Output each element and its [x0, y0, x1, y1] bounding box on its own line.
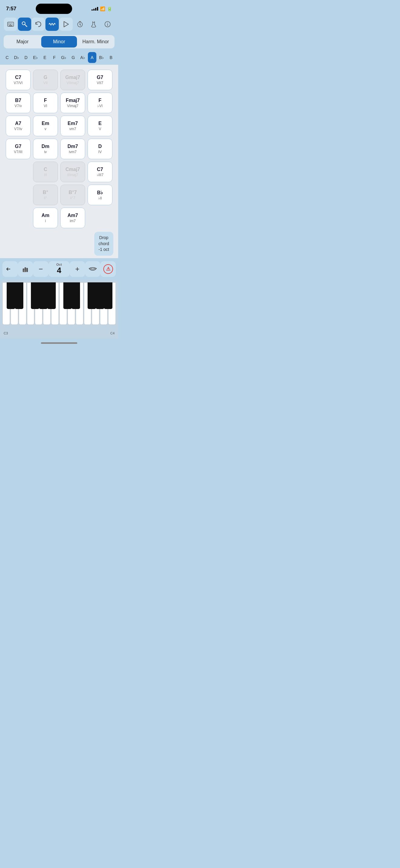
chord-row-3: A7 V7/iv Em v Em7 vm7 E V — [2, 116, 116, 136]
key-button[interactable] — [18, 18, 31, 31]
alert-button[interactable]: ⚠ — [100, 261, 116, 277]
chord-Bdim7-iidim7[interactable]: B°7 ii°7 — [60, 185, 85, 205]
chord-row-7: Am i Am7 im7 — [2, 208, 116, 228]
svg-rect-8 — [9, 25, 12, 26]
timer-button[interactable] — [73, 18, 87, 31]
key-D[interactable]: D — [22, 52, 30, 63]
svg-rect-4 — [12, 23, 12, 24]
chord-F-bVI[interactable]: F ♭VI — [88, 93, 112, 113]
chord-Fmaj7-VImaj7[interactable]: Fmaj7 VImaj7 — [60, 93, 85, 113]
key-selector: C D♭ D E♭ E F G♭ G A♭ A B♭ B — [0, 50, 118, 65]
drop-chord-button[interactable]: Drop chord -1 oct — [94, 232, 113, 256]
home-indicator — [0, 339, 118, 348]
wave-button[interactable] — [46, 18, 59, 31]
svg-rect-7 — [12, 24, 12, 25]
key-F[interactable]: F — [50, 52, 58, 63]
chord-Bdim-iidim[interactable]: B° ii° — [33, 185, 58, 205]
key-B[interactable]: B — [107, 52, 115, 63]
chord-Am7-im7[interactable]: Am7 im7 — [60, 208, 85, 228]
expand-button[interactable] — [2, 261, 18, 277]
black-key-Fs3[interactable] — [31, 282, 39, 309]
chord-Dm-iv[interactable]: Dm iv — [33, 138, 58, 159]
chord-Bb-bII[interactable]: B♭ ♭II — [88, 185, 112, 205]
octave-plus-button[interactable]: + — [70, 261, 85, 277]
svg-rect-25 — [26, 268, 28, 272]
chord-row-6: B° ii° B°7 ii°7 B♭ ♭II — [2, 185, 116, 205]
undo-button[interactable] — [31, 18, 45, 31]
chord-empty-3 — [6, 208, 31, 228]
chord-G-VII[interactable]: G VII — [33, 70, 58, 90]
black-key-Gs4[interactable] — [96, 282, 104, 309]
octave-minus-button[interactable]: − — [33, 261, 49, 277]
chord-G7-VII7[interactable]: G7 VII7 — [88, 70, 112, 90]
chord-Cmaj7-IIImaj7[interactable]: Cmaj7 IIImaj7 — [60, 162, 85, 182]
label-c3: C3 — [4, 332, 8, 335]
key-Gb[interactable]: G♭ — [60, 52, 68, 63]
key-C[interactable]: C — [3, 52, 11, 63]
black-key-Cs4[interactable] — [63, 282, 72, 309]
play-button[interactable] — [59, 18, 73, 31]
chord-empty-2 — [6, 185, 31, 205]
black-key-Cs3[interactable] — [7, 282, 15, 309]
status-time: 7:57 — [6, 6, 17, 12]
svg-rect-6 — [9, 24, 11, 25]
chord-Dm7-ivm7[interactable]: Dm7 ivm7 — [60, 138, 85, 159]
black-key-Ds4[interactable] — [72, 282, 80, 309]
scale-minor-button[interactable]: Minor — [41, 36, 77, 48]
svg-rect-3 — [10, 23, 11, 24]
keyboard-button[interactable] — [4, 18, 17, 31]
key-Db[interactable]: D♭ — [12, 52, 21, 63]
chord-D-IV[interactable]: D IV — [88, 138, 112, 159]
key-Ab[interactable]: A♭ — [79, 52, 87, 63]
chord-Em7-vm7[interactable]: Em7 vm7 — [60, 116, 85, 136]
chord-A7-V7iv[interactable]: A7 V7/iv — [6, 116, 31, 136]
drop-chord-container: Drop chord -1 oct — [2, 230, 116, 256]
svg-marker-12 — [64, 22, 68, 27]
black-key-As3[interactable] — [47, 282, 56, 309]
piano-keyboard — [1, 282, 117, 331]
chord-C7-bIII7[interactable]: C7 ♭III7 — [88, 162, 112, 182]
svg-rect-5 — [8, 24, 9, 25]
black-key-Ds3[interactable] — [15, 282, 23, 309]
svg-rect-2 — [9, 23, 10, 24]
black-key-Fs4[interactable] — [88, 282, 96, 309]
chord-C-III[interactable]: C III — [33, 162, 58, 182]
svg-point-17 — [79, 24, 80, 25]
dynamic-island — [36, 4, 72, 14]
octave-bar: − Oct 4 + ⚠ — [0, 258, 118, 280]
toolbar — [0, 15, 118, 33]
scale-harm-minor-button[interactable]: Harm. Minor — [78, 36, 114, 48]
chord-Em-v[interactable]: Em v — [33, 116, 58, 136]
key-A[interactable]: A — [88, 52, 96, 63]
chord-Gmaj7-VIImaj7[interactable]: Gmaj7 VIImaj7 — [60, 70, 85, 90]
black-key-Gs3[interactable] — [39, 282, 48, 309]
key-E[interactable]: E — [40, 52, 49, 63]
chord-F-VI[interactable]: F VI — [33, 93, 58, 113]
lab-button[interactable] — [87, 18, 100, 31]
key-Eb[interactable]: E♭ — [31, 52, 40, 63]
chord-C7-V7VI[interactable]: C7 V7/VI — [6, 70, 31, 90]
scale-major-button[interactable]: Major — [4, 36, 40, 48]
svg-line-10 — [25, 25, 27, 27]
chord-area: C7 V7/VI G VII Gmaj7 VIImaj7 G7 VII7 B7 … — [0, 65, 118, 258]
alert-icon: ⚠ — [103, 264, 113, 274]
signal-dots — [91, 7, 98, 10]
black-key-As4[interactable] — [104, 282, 112, 309]
chord-G7-V7III[interactable]: G7 V7/III — [6, 138, 31, 159]
chord-row-1: C7 V7/VI G VII Gmaj7 VIImaj7 G7 VII7 — [2, 70, 116, 90]
svg-rect-26 — [24, 270, 25, 272]
chord-B7-V7v[interactable]: B7 V7/v — [6, 93, 31, 113]
scale-selector: Major Minor Harm. Minor — [4, 35, 115, 49]
key-G[interactable]: G — [69, 52, 78, 63]
chord-Am-i[interactable]: Am i — [33, 208, 58, 228]
info-button[interactable] — [101, 18, 114, 31]
chord-empty-1 — [6, 162, 31, 182]
piano-labels: C3 C4 — [1, 331, 117, 337]
lips-button[interactable] — [85, 261, 101, 277]
chord-E-V[interactable]: E V — [88, 116, 112, 136]
wifi-icon: 📶 — [100, 6, 105, 11]
hand-button[interactable] — [18, 261, 33, 277]
chord-row-4: G7 V7/III Dm iv Dm7 ivm7 D IV — [2, 138, 116, 159]
key-Bb[interactable]: B♭ — [97, 52, 106, 63]
status-icons: 📶 🔋 — [91, 6, 112, 11]
